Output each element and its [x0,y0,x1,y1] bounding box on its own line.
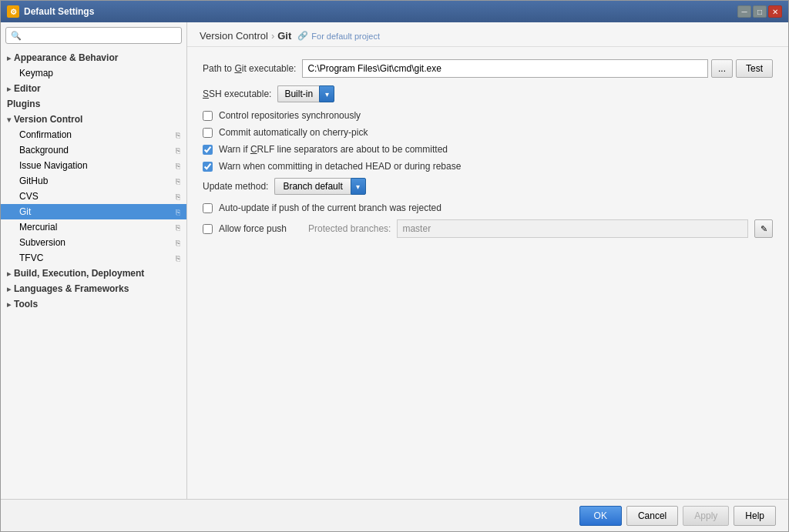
apply-button[interactable]: Apply [683,506,729,526]
sidebar-item-background[interactable]: Background ⎘ [1,142,186,158]
sidebar-item-label: Confirmation [19,129,72,140]
protected-branches-input[interactable] [397,219,748,238]
window-title: Default Settings [24,6,94,17]
expand-arrow: ▸ [7,54,11,62]
close-button[interactable]: ✕ [768,5,782,18]
allow-force-row: Allow force push [203,223,287,234]
sidebar-item-label: Issue Navigation [19,160,88,171]
auto-update-row: Auto-update if push of the current branc… [203,202,773,213]
ssh-dropdown: Built-in ▾ [277,85,334,102]
sidebar-item-keymap[interactable]: Keymap [1,65,186,81]
sidebar-item-label: Version Control [14,114,82,125]
update-method-value: Branch default [274,178,350,195]
sidebar-item-build-execution[interactable]: ▸ Build, Execution, Deployment [1,266,186,281]
title-bar: ⚙ Default Settings ─ □ ✕ [1,1,788,22]
sidebar-item-subversion[interactable]: Subversion ⎘ [1,235,186,250]
expand-arrow: ▸ [7,85,11,93]
sidebar-item-tfvc[interactable]: TFVC ⎘ [1,250,186,266]
sidebar-item-cvs[interactable]: CVS ⎘ [1,189,186,204]
expand-arrow: ▸ [7,285,11,293]
for-default-label: For default project [311,32,380,41]
vcs-icon: ⎘ [176,223,180,232]
browse-button[interactable]: ... [711,59,733,78]
ok-button[interactable]: OK [579,506,622,526]
expand-arrow: ▸ [7,269,11,278]
vcs-icon: ⎘ [176,162,180,170]
protected-branches-edit-button[interactable]: ✎ [754,219,773,238]
test-button[interactable]: Test [736,59,773,78]
control-repos-checkbox[interactable] [203,111,213,121]
sidebar-item-version-control[interactable]: ▾ Version Control [1,112,186,127]
sidebar-item-plugins[interactable]: Plugins [1,96,186,112]
sidebar-item-issue-navigation[interactable]: Issue Navigation ⎘ [1,158,186,173]
commit-cherry-label: Commit automatically on cherry-pick [219,127,368,138]
warn-detached-checkbox[interactable] [203,162,213,172]
bottom-bar: OK Cancel Apply Help [1,499,788,531]
allow-force-checkbox[interactable] [203,224,213,234]
content-area: 🔍 ▸ Appearance & Behavior Keymap ▸ Edito… [1,22,788,499]
breadcrumb: Version Control › Git [200,30,291,42]
sidebar-item-languages-frameworks[interactable]: ▸ Languages & Frameworks [1,281,186,296]
for-default-project[interactable]: 🔗 For default project [297,31,380,41]
control-repos-label: Control repositories synchronously [219,110,361,121]
vcs-icon: ⎘ [176,177,180,186]
sidebar-item-label: Mercurial [19,222,57,233]
auto-update-checkbox[interactable] [203,203,213,213]
allow-force-label: Allow force push [219,223,287,234]
sidebar-item-git[interactable]: Git ⎘ [1,204,186,219]
path-input[interactable] [302,59,708,78]
search-icon: 🔍 [11,31,22,41]
search-input[interactable] [25,30,176,41]
update-method-dropdown-arrow[interactable]: ▾ [351,178,366,195]
sidebar-item-label: Git [19,206,31,217]
sidebar: 🔍 ▸ Appearance & Behavior Keymap ▸ Edito… [1,22,187,499]
vcs-icon: ⎘ [176,192,180,201]
ssh-label: SSH executable: [203,89,271,99]
breadcrumb-separator: › [271,30,274,42]
sidebar-item-label: Keymap [19,68,53,79]
sidebar-item-github[interactable]: GitHub ⎘ [1,173,186,189]
ssh-dropdown-arrow[interactable]: ▾ [319,85,334,102]
commit-cherry-row: Commit automatically on cherry-pick [203,127,773,138]
protected-branches-label: Protected branches: [308,223,391,234]
sidebar-item-label: CVS [19,191,39,202]
sidebar-item-label: GitHub [19,176,48,186]
main-panel: Version Control › Git 🔗 For default proj… [187,22,788,499]
maximize-button[interactable]: □ [753,5,767,18]
sidebar-item-label: Editor [14,83,41,94]
warn-crlf-row: Warn if CRLF line separators are about t… [203,144,773,155]
warn-crlf-label: Warn if CRLF line separators are about t… [219,144,448,155]
expand-arrow: ▾ [7,115,11,124]
cancel-button[interactable]: Cancel [626,506,678,526]
settings-tree: ▸ Appearance & Behavior Keymap ▸ Editor … [1,49,186,499]
path-input-container: ... Test [302,59,773,78]
sidebar-item-label: Plugins [7,99,40,109]
window-icon: ⚙ [7,5,19,18]
sidebar-item-label: Build, Execution, Deployment [14,268,144,279]
sidebar-item-editor[interactable]: ▸ Editor [1,81,186,96]
commit-cherry-checkbox[interactable] [203,128,213,138]
sidebar-item-tools[interactable]: ▸ Tools [1,296,186,312]
sidebar-item-appearance-behavior[interactable]: ▸ Appearance & Behavior [1,50,186,65]
search-box[interactable]: 🔍 [5,27,182,44]
main-header: Version Control › Git 🔗 For default proj… [187,22,788,47]
auto-update-label: Auto-update if push of the current branc… [219,202,442,213]
title-controls: ─ □ ✕ [737,5,782,18]
warn-detached-row: Warn when committing in detached HEAD or… [203,161,773,172]
sidebar-item-mercurial[interactable]: Mercurial ⎘ [1,219,186,235]
sidebar-item-label: TFVC [19,253,43,263]
update-method-row: Update method: Branch default ▾ [203,178,773,195]
help-button[interactable]: Help [734,506,776,526]
ssh-row: SSH executable: Built-in ▾ [203,85,773,102]
warn-crlf-checkbox[interactable] [203,145,213,155]
vcs-icon: ⎘ [176,239,180,247]
sidebar-item-label: Tools [14,299,38,309]
link-icon: 🔗 [297,31,308,41]
sidebar-item-confirmation[interactable]: Confirmation ⎘ [1,127,186,142]
minimize-button[interactable]: ─ [737,5,751,18]
breadcrumb-current: Git [277,30,291,42]
control-repos-row: Control repositories synchronously [203,110,773,121]
expand-arrow: ▸ [7,300,11,309]
main-window: ⚙ Default Settings ─ □ ✕ 🔍 ▸ Appearance … [0,0,789,532]
sidebar-item-label: Subversion [19,237,65,248]
